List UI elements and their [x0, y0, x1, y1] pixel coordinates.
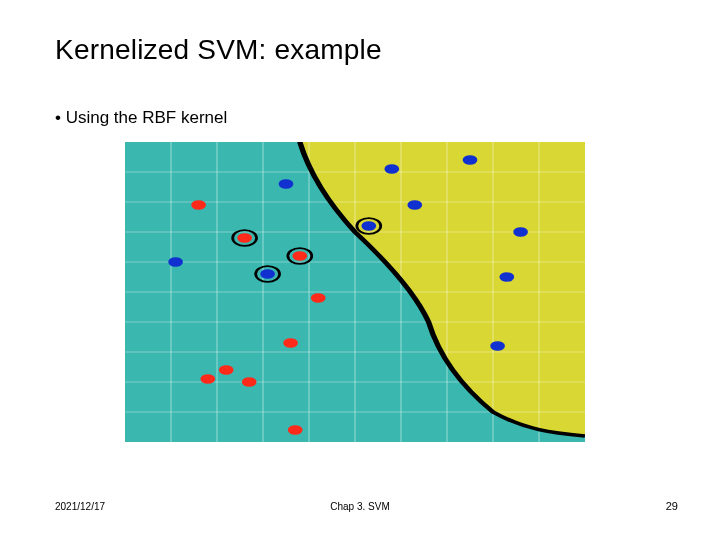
slide-title: Kernelized SVM: example: [55, 34, 382, 66]
data-point: [279, 179, 294, 189]
data-point: [407, 200, 422, 210]
data-point: [513, 227, 528, 237]
bullet-text: • Using the RBF kernel: [55, 108, 227, 128]
data-point: [260, 269, 275, 279]
data-point: [490, 341, 505, 351]
data-point: [191, 200, 206, 210]
data-point: [168, 257, 183, 267]
footer-chapter: Chap 3. SVM: [0, 501, 720, 512]
data-point: [361, 221, 376, 231]
data-point: [242, 377, 257, 387]
data-point: [311, 293, 326, 303]
svm-figure: [125, 142, 585, 442]
data-point: [283, 338, 298, 348]
data-point: [499, 272, 514, 282]
data-point: [463, 155, 478, 165]
data-point: [200, 374, 215, 384]
data-point: [219, 365, 234, 375]
data-point: [237, 233, 252, 243]
data-point: [384, 164, 399, 174]
data-point: [292, 251, 307, 261]
data-point: [288, 425, 303, 435]
slide: Kernelized SVM: example • Using the RBF …: [0, 0, 720, 540]
footer-page: 29: [666, 500, 678, 512]
